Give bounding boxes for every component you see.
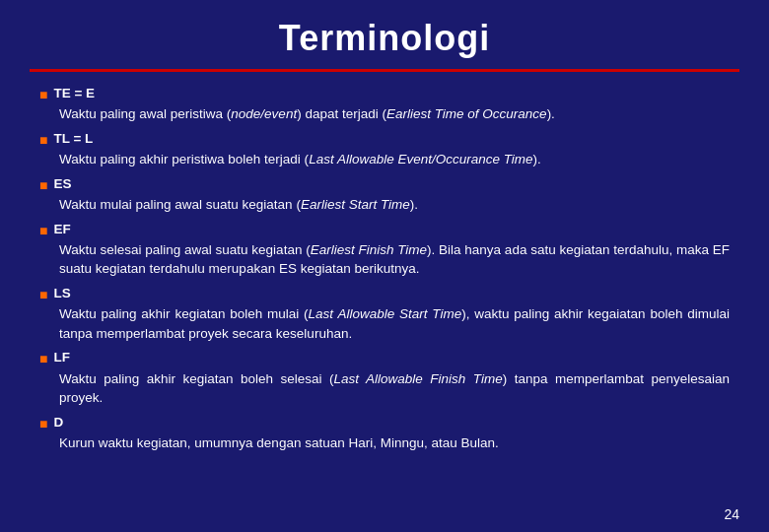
term-description: Waktu paling akhir kegiatan boleh mulai … [59,304,730,343]
term-label: EF [53,220,70,239]
term-description: Kurun waktu kegiatan, umumnya dengan sat… [59,433,730,453]
content-area: ■TE = EWaktu paling awal peristiwa (node… [0,72,769,532]
term-label: TE = E [53,84,95,103]
term-block: ■TL = LWaktu paling akhir peristiwa bole… [39,129,730,169]
bullet-icon: ■ [39,285,47,304]
bullet-icon: ■ [39,175,47,195]
term-block: ■TE = EWaktu paling awal peristiwa (node… [39,84,730,124]
term-block: ■ESWaktu mulai paling awal suatu kegiata… [39,174,730,215]
term-block: ■LSWaktu paling akhir kegiatan boleh mul… [39,284,730,343]
bullet-icon: ■ [39,221,47,240]
term-description: Waktu paling awal peristiwa (node/event)… [59,104,730,124]
term-block: ■EFWaktu selesai paling awal suatu kegia… [39,220,730,279]
bullet-icon: ■ [39,349,47,368]
term-block: ■LFWaktu paling akhir kegiatan boleh sel… [39,348,730,407]
term-header: ■TL = L [39,129,730,150]
term-label: LF [53,348,70,367]
term-label: TL = L [53,129,93,149]
term-header: ■ES [39,174,730,195]
term-header: ■D [39,413,730,433]
term-header: ■TE = E [39,84,730,104]
page-number: 24 [724,506,739,522]
bullet-icon: ■ [39,130,47,150]
slide: Terminologi ■TE = EWaktu paling awal per… [0,0,769,532]
term-block: ■DKurun waktu kegiatan, umumnya dengan s… [39,413,730,453]
term-header: ■LS [39,284,730,304]
term-label: D [53,413,63,432]
term-description: Waktu paling akhir peristiwa boleh terja… [59,150,730,169]
term-description: Waktu mulai paling awal suatu kegiatan (… [59,195,730,215]
term-description: Waktu paling akhir kegiatan boleh selesa… [59,369,730,408]
title-bar: Terminologi [0,0,769,69]
bullet-icon: ■ [39,414,47,433]
term-description: Waktu selesai paling awal suatu kegiatan… [59,240,730,279]
term-label: ES [53,174,71,194]
bullet-icon: ■ [39,85,47,104]
term-header: ■EF [39,220,730,240]
term-label: LS [53,284,70,303]
slide-title: Terminologi [39,18,730,59]
term-header: ■LF [39,348,730,368]
